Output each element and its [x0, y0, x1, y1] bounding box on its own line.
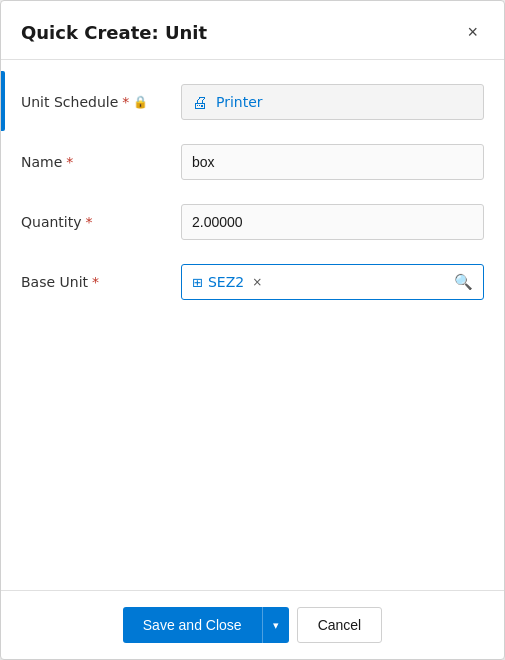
name-label-text: Name: [21, 154, 62, 170]
base-unit-lookup[interactable]: ⊞ SEZ2 × 🔍: [181, 264, 484, 300]
name-field: [181, 144, 484, 180]
base-unit-tag: ⊞ SEZ2: [192, 274, 244, 290]
save-close-dropdown-button[interactable]: ▾: [262, 607, 289, 643]
cancel-button[interactable]: Cancel: [297, 607, 383, 643]
printer-icon: 🖨: [192, 93, 208, 112]
left-accent-bar: [1, 71, 5, 131]
unit-schedule-label-text: Unit Schedule: [21, 94, 118, 110]
base-unit-tag-text: SEZ2: [208, 274, 244, 290]
base-unit-label: Base Unit *: [21, 274, 181, 290]
quantity-row: Quantity *: [21, 200, 484, 244]
unit-schedule-readonly: 🖨 Printer: [181, 84, 484, 120]
lookup-search-icon[interactable]: 🔍: [454, 273, 473, 291]
base-unit-required: *: [92, 274, 99, 290]
name-row: Name *: [21, 140, 484, 184]
quantity-field: [181, 204, 484, 240]
unit-schedule-link[interactable]: Printer: [216, 94, 263, 110]
unit-schedule-label: Unit Schedule * 🔒: [21, 94, 181, 110]
quick-create-dialog: Quick Create: Unit × Unit Schedule * 🔒 🖨…: [0, 0, 505, 660]
quantity-required: *: [86, 214, 93, 230]
name-required: *: [66, 154, 73, 170]
quantity-input[interactable]: [181, 204, 484, 240]
base-unit-field[interactable]: ⊞ SEZ2 × 🔍: [181, 264, 484, 300]
dialog-title: Quick Create: Unit: [21, 22, 207, 43]
base-unit-tag-icon: ⊞: [192, 275, 203, 290]
unit-schedule-required: *: [122, 94, 129, 110]
base-unit-row: Base Unit * ⊞ SEZ2 × 🔍: [21, 260, 484, 304]
save-close-button[interactable]: Save and Close: [123, 607, 262, 643]
base-unit-label-text: Base Unit: [21, 274, 88, 290]
name-label: Name *: [21, 154, 181, 170]
quantity-label: Quantity *: [21, 214, 181, 230]
name-input[interactable]: [181, 144, 484, 180]
unit-schedule-row: Unit Schedule * 🔒 🖨 Printer: [21, 80, 484, 124]
unit-schedule-field: 🖨 Printer: [181, 84, 484, 120]
dialog-header: Quick Create: Unit ×: [1, 1, 504, 60]
base-unit-remove-button[interactable]: ×: [252, 275, 262, 289]
lock-icon: 🔒: [133, 95, 148, 109]
save-close-group: Save and Close ▾: [123, 607, 289, 643]
dialog-body: Unit Schedule * 🔒 🖨 Printer Name *: [1, 60, 504, 590]
close-button[interactable]: ×: [461, 19, 484, 45]
quantity-label-text: Quantity: [21, 214, 82, 230]
dialog-footer: Save and Close ▾ Cancel: [1, 590, 504, 659]
